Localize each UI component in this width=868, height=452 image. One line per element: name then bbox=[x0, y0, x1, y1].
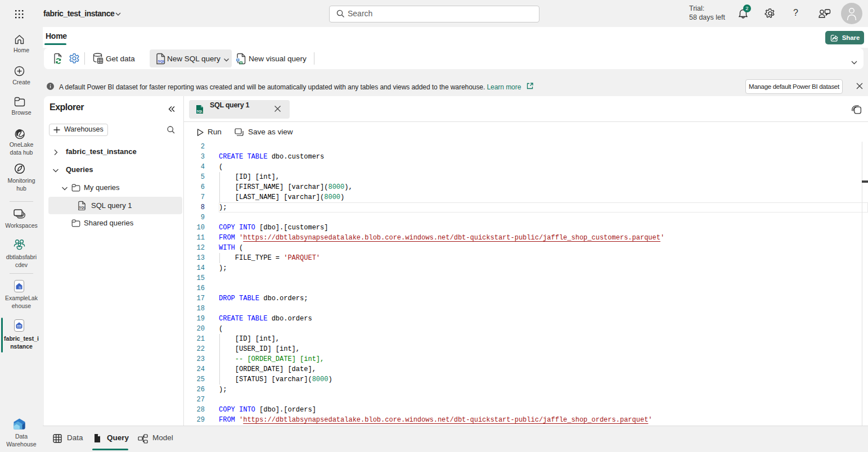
svg-text:SQL: SQL bbox=[158, 59, 165, 63]
svg-text:SQL: SQL bbox=[79, 206, 86, 209]
svg-text:SQL: SQL bbox=[197, 110, 203, 113]
